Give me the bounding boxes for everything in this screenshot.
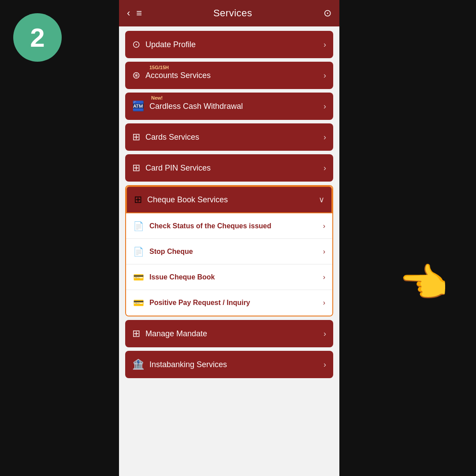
manage-mandate-icon: ⊞ [132,328,140,339]
stop-cheque-chevron: › [323,248,325,256]
cardless-cash-label: Cardless Cash Withdrawal [149,102,243,111]
menu-item-instabanking[interactable]: 🏦 Instabanking Services › [125,351,333,378]
positive-pay-label: Positive Pay Request / Inquiry [149,299,250,307]
card-pin-icon: ⊞ [132,162,140,174]
check-status-chevron: › [323,222,325,230]
check-status-label: Check Status of the Cheques issued [149,222,271,230]
menu-button[interactable]: ≡ [136,7,142,19]
sub-item-stop-cheque[interactable]: 📄 Stop Cheque › [126,239,332,264]
app-header: ‹ ≡ Services ⊙ [119,0,339,26]
positive-pay-icon: 💳 [133,298,144,308]
pointing-hand: 👉 [400,260,450,306]
accounts-badge: 15G/15H [147,64,317,71]
update-profile-chevron: › [324,40,326,49]
instabanking-icon: 🏦 [132,359,144,370]
check-status-icon: 📄 [133,221,144,231]
accounts-services-icon: ⊛ [132,70,140,81]
issue-cheque-icon: 💳 [133,272,144,283]
cheque-book-label: Cheque Book Services [147,195,228,205]
issue-cheque-chevron: › [323,273,325,281]
cheque-book-chevron: ∨ [319,195,324,205]
cards-services-label: Cards Services [145,133,199,142]
phone-screen: ‹ ≡ Services ⊙ ⊙ Update Profile › ⊛ Acco… [119,0,339,476]
back-button[interactable]: ‹ [127,7,130,19]
issue-cheque-label: Issue Cheque Book [149,273,215,281]
menu-list: ⊙ Update Profile › ⊛ Accounts Services 1… [119,26,339,476]
menu-item-update-profile[interactable]: ⊙ Update Profile › [125,31,333,58]
step-number: 2 [30,22,45,53]
menu-item-accounts-services[interactable]: ⊛ Accounts Services 15G/15H › [125,62,333,89]
step-number-circle: 2 [13,13,62,62]
instabanking-label: Instabanking Services [149,360,227,369]
accounts-services-label: Accounts Services [145,71,211,80]
cards-chevron: › [324,133,326,142]
stop-cheque-label: Stop Cheque [149,248,193,256]
instabanking-chevron: › [324,360,326,369]
update-profile-label: Update Profile [145,40,196,49]
sub-item-positive-pay[interactable]: 💳 Positive Pay Request / Inquiry › [126,290,332,316]
menu-item-card-pin-services[interactable]: ⊞ Card PIN Services › [125,154,333,182]
cheque-book-section: ⊞ Cheque Book Services ∨ 📄 Check Status … [125,185,333,316]
update-profile-icon: ⊙ [132,39,140,50]
cardless-chevron: › [324,102,326,111]
help-button[interactable]: ⊙ [324,7,331,19]
cards-services-icon: ⊞ [132,131,140,143]
card-pin-chevron: › [324,164,326,173]
cheque-book-icon: ⊞ [134,194,142,205]
accounts-chevron: › [324,71,326,80]
manage-mandate-label: Manage Mandate [145,329,207,338]
header-left: ‹ ≡ [127,7,142,19]
header-title: Services [213,7,252,19]
manage-mandate-chevron: › [324,329,326,338]
sub-item-check-status[interactable]: 📄 Check Status of the Cheques issued › [126,213,332,239]
sub-item-issue-cheque-book[interactable]: 💳 Issue Cheque Book › [126,264,332,290]
menu-item-cards-services[interactable]: ⊞ Cards Services › [125,123,333,151]
positive-pay-chevron: › [323,299,325,307]
menu-item-cardless-cash[interactable]: 🏧 Cardless Cash Withdrawal New! › [125,93,333,120]
cardless-badge: New! [149,95,165,101]
cheque-sub-items: 📄 Check Status of the Cheques issued › 📄… [126,213,332,316]
cardless-cash-icon: 🏧 [132,100,144,112]
stop-cheque-icon: 📄 [133,246,144,257]
cheque-book-header[interactable]: ⊞ Cheque Book Services ∨ [126,186,332,213]
menu-item-manage-mandate[interactable]: ⊞ Manage Mandate › [125,320,333,347]
card-pin-label: Card PIN Services [145,164,211,173]
